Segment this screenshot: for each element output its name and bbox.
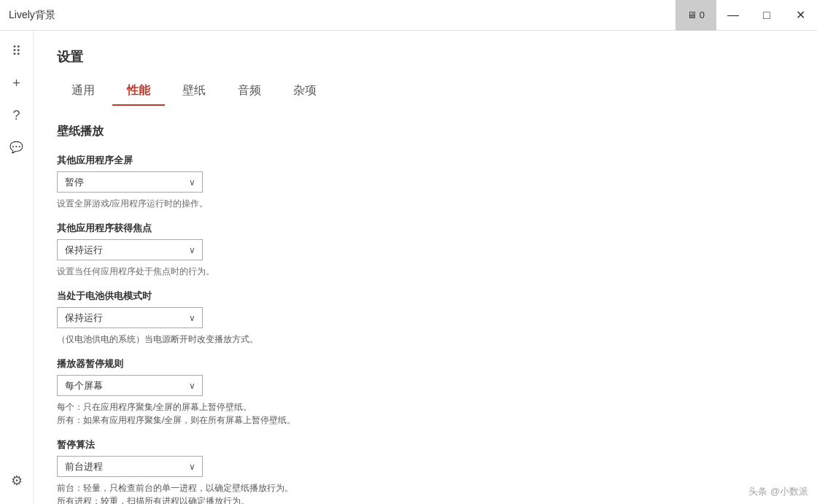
page-title: 设置 bbox=[57, 48, 794, 66]
tabs-container: 通用 性能 壁纸 音频 杂项 bbox=[57, 77, 794, 106]
pause-rule-select[interactable]: 每个屏幕 所有屏幕 bbox=[57, 375, 203, 396]
focus-desc: 设置当任何应用程序处于焦点时的行为。 bbox=[57, 265, 794, 278]
tab-wallpaper[interactable]: 壁纸 bbox=[168, 77, 220, 106]
monitor-button[interactable]: 🖥 0 bbox=[675, 0, 716, 31]
tab-misc[interactable]: 杂项 bbox=[279, 77, 331, 106]
pause-algo-select[interactable]: 前台进程 所有进程 bbox=[57, 456, 203, 477]
pause-rule-note-1: 每个：只在应用程序聚集/全屏的屏幕上暂停壁纸。 bbox=[57, 400, 794, 414]
pause-algo-note-2: 所有进程：较重，扫描所有进程以确定播放行为。 bbox=[57, 495, 794, 504]
sidebar-icon-grid[interactable]: ⠿ bbox=[2, 36, 31, 66]
setting-pause-rule: 播放器暂停规则 每个屏幕 所有屏幕 ∨ 每个：只在应用程序聚集/全屏的屏幕上暂停… bbox=[57, 357, 794, 427]
close-button[interactable]: ✕ bbox=[783, 0, 817, 31]
section-title: 壁纸播放 bbox=[57, 124, 794, 139]
tab-performance[interactable]: 性能 bbox=[112, 77, 165, 106]
monitor-count: 0 bbox=[700, 9, 705, 20]
battery-select-wrapper: 保持运行 暂停 停止 ∨ bbox=[57, 307, 203, 328]
pause-rule-label: 播放器暂停规则 bbox=[57, 357, 794, 371]
sidebar: ⠿ + ? 💬 ⚙ bbox=[0, 31, 34, 504]
main-content: 设置 通用 性能 壁纸 音频 杂项 壁纸播放 其他应用程序全屏 暂停 保持运行 … bbox=[34, 31, 817, 504]
focus-select[interactable]: 保持运行 暂停 停止 bbox=[57, 239, 203, 260]
setting-pause-algo: 暂停算法 前台进程 所有进程 ∨ 前台：轻量，只检查前台的单一进程，以确定壁纸播… bbox=[57, 438, 794, 504]
tab-general[interactable]: 通用 bbox=[57, 77, 109, 106]
sidebar-icon-chat[interactable]: 💬 bbox=[2, 133, 31, 162]
pause-rule-note-2: 所有：如果有应用程序聚集/全屏，则在所有屏幕上暂停壁纸。 bbox=[57, 414, 794, 427]
fullscreen-label: 其他应用程序全屏 bbox=[57, 154, 794, 167]
setting-focus: 其他应用程序获得焦点 保持运行 暂停 停止 ∨ 设置当任何应用程序处于焦点时的行… bbox=[57, 222, 794, 278]
pause-algo-label: 暂停算法 bbox=[57, 438, 794, 451]
title-bar-controls: 🖥 0 — □ ✕ bbox=[675, 0, 817, 30]
setting-battery: 当处于电池供电模式时 保持运行 暂停 停止 ∨ （仅电池供电的系统）当电源断开时… bbox=[57, 290, 794, 346]
title-bar-left: Lively背景 bbox=[9, 9, 55, 22]
sidebar-icon-help[interactable]: ? bbox=[2, 101, 31, 130]
fullscreen-select-wrapper: 暂停 保持运行 停止 ∨ bbox=[57, 171, 203, 193]
fullscreen-desc: 设置全屏游戏/应用程序运行时的操作。 bbox=[57, 197, 794, 210]
focus-select-wrapper: 保持运行 暂停 停止 ∨ bbox=[57, 239, 203, 260]
minimize-button[interactable]: — bbox=[716, 0, 750, 31]
pause-rule-select-wrapper: 每个屏幕 所有屏幕 ∨ bbox=[57, 375, 203, 396]
restore-button[interactable]: □ bbox=[750, 0, 783, 31]
pause-algo-note-1: 前台：轻量，只检查前台的单一进程，以确定壁纸播放行为。 bbox=[57, 481, 794, 495]
fullscreen-select[interactable]: 暂停 保持运行 停止 bbox=[57, 171, 203, 193]
setting-fullscreen: 其他应用程序全屏 暂停 保持运行 停止 ∨ 设置全屏游戏/应用程序运行时的操作。 bbox=[57, 154, 794, 210]
battery-select[interactable]: 保持运行 暂停 停止 bbox=[57, 307, 203, 328]
app-body: ⠿ + ? 💬 ⚙ 设置 通用 性能 壁纸 音频 杂项 壁纸播放 其他应用程序全… bbox=[0, 31, 817, 504]
tab-audio[interactable]: 音频 bbox=[223, 77, 276, 106]
app-title: Lively背景 bbox=[9, 9, 55, 22]
battery-label: 当处于电池供电模式时 bbox=[57, 290, 794, 303]
sidebar-icon-settings[interactable]: ⚙ bbox=[2, 466, 31, 495]
sidebar-icon-add[interactable]: + bbox=[2, 69, 31, 98]
focus-label: 其他应用程序获得焦点 bbox=[57, 222, 794, 235]
title-bar: Lively背景 🖥 0 — □ ✕ bbox=[0, 0, 817, 31]
pause-algo-select-wrapper: 前台进程 所有进程 ∨ bbox=[57, 456, 203, 477]
monitor-icon: 🖥 bbox=[687, 9, 697, 20]
battery-note: （仅电池供电的系统）当电源断开时改变播放方式。 bbox=[57, 333, 794, 346]
